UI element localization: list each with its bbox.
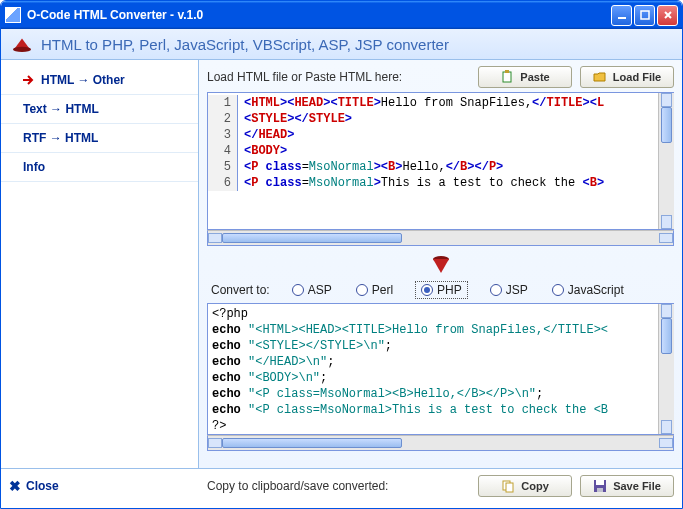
window-title: O-Code HTML Converter - v.1.0 <box>27 8 611 22</box>
close-link[interactable]: ✖ Close <box>9 478 199 494</box>
vertical-scrollbar[interactable] <box>658 93 674 229</box>
svg-rect-10 <box>597 488 603 492</box>
sidebar-item-label: HTML → Other <box>41 73 125 87</box>
paste-button[interactable]: Paste <box>478 66 572 88</box>
sidebar: HTML → Other Text → HTML RTF → HTML Info <box>1 60 199 468</box>
save-file-button[interactable]: Save File <box>580 475 674 497</box>
header-subtitle: HTML to PHP, Perl, JavaScript, VBScript,… <box>41 36 449 53</box>
radio-perl[interactable]: Perl <box>356 283 393 297</box>
radio-asp[interactable]: ASP <box>292 283 332 297</box>
svg-rect-3 <box>503 72 511 82</box>
main-panel: Load HTML file or Paste HTML here: Paste… <box>199 60 682 468</box>
convert-to-label: Convert to: <box>211 283 270 297</box>
sidebar-item-label: Text → HTML <box>23 102 99 116</box>
output-code-editor[interactable]: <?phpecho "<HTML><HEAD><TITLE>Hello from… <box>207 303 674 435</box>
floppy-disk-icon <box>593 479 607 493</box>
radio-jsp[interactable]: JSP <box>490 283 528 297</box>
sidebar-item-label: RTF → HTML <box>23 131 98 145</box>
logo-icon <box>11 35 33 53</box>
footer-copy-label: Copy to clipboard/save converted: <box>207 479 470 493</box>
arrow-right-red-icon <box>23 75 35 85</box>
footer: ✖ Close Copy to clipboard/save converted… <box>1 468 682 502</box>
app-icon <box>5 7 21 23</box>
input-code-editor[interactable]: 1<HTML><HEAD><TITLE>Hello from SnapFiles… <box>207 92 674 230</box>
sidebar-item-html-to-other[interactable]: HTML → Other <box>1 66 198 95</box>
sidebar-item-info[interactable]: Info <box>1 153 198 182</box>
svg-rect-0 <box>618 17 626 19</box>
minimize-button[interactable] <box>611 5 632 26</box>
header: HTML to PHP, Perl, JavaScript, VBScript,… <box>1 29 682 60</box>
horizontal-scrollbar[interactable] <box>207 230 674 246</box>
copy-icon <box>501 479 515 493</box>
close-x-icon: ✖ <box>9 478 21 494</box>
convert-arrow-icon <box>207 246 674 281</box>
radio-javascript[interactable]: JavaScript <box>552 283 624 297</box>
svg-point-2 <box>13 47 31 52</box>
load-file-button[interactable]: Load File <box>580 66 674 88</box>
horizontal-scrollbar[interactable] <box>207 435 674 451</box>
folder-open-icon <box>593 70 607 84</box>
paste-icon <box>500 70 514 84</box>
sidebar-item-rtf-to-html[interactable]: RTF → HTML <box>1 124 198 153</box>
svg-rect-9 <box>596 480 604 485</box>
copy-button[interactable]: Copy <box>478 475 572 497</box>
radio-php[interactable]: PHP <box>417 283 466 297</box>
sidebar-item-label: Info <box>23 160 45 174</box>
close-button[interactable] <box>657 5 678 26</box>
svg-rect-7 <box>506 483 513 492</box>
convert-options-row: Convert to: ASPPerlPHPJSPJavaScript <box>207 281 674 303</box>
load-paste-label: Load HTML file or Paste HTML here: <box>207 70 470 84</box>
svg-rect-4 <box>505 70 509 73</box>
sidebar-item-text-to-html[interactable]: Text → HTML <box>1 95 198 124</box>
maximize-button[interactable] <box>634 5 655 26</box>
titlebar: O-Code HTML Converter - v.1.0 <box>1 1 682 29</box>
vertical-scrollbar[interactable] <box>658 304 674 434</box>
svg-rect-1 <box>641 11 649 19</box>
